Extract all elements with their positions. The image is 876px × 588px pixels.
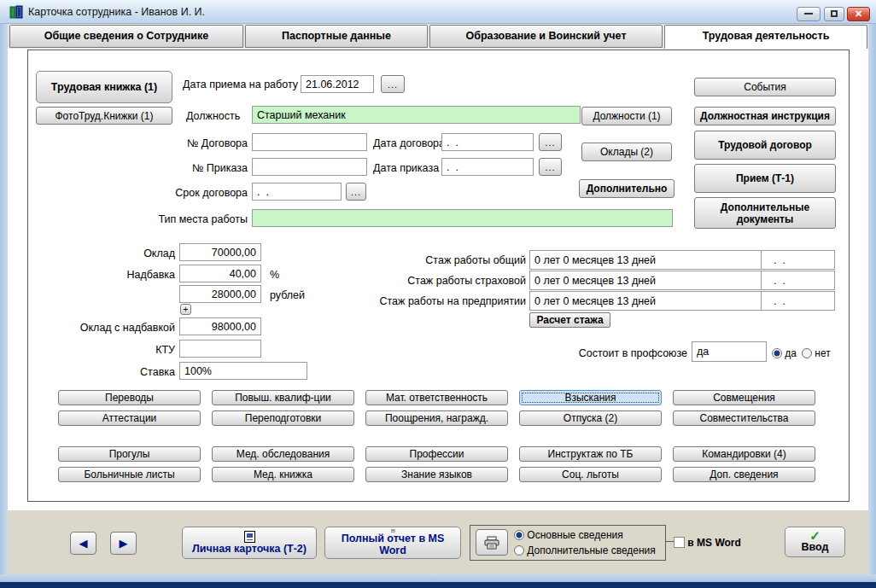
experience-insured-input[interactable] [529, 271, 762, 290]
salary-total-input[interactable] [179, 317, 261, 335]
union-input[interactable] [692, 341, 767, 362]
order-number-input[interactable] [252, 158, 367, 176]
ktu-input[interactable] [179, 340, 261, 358]
enter-button[interactable]: ✓ Ввод [785, 527, 845, 557]
union-no-radio[interactable]: нет [802, 347, 831, 359]
contract-date-picker-button[interactable]: ... [539, 133, 562, 151]
labor-contract-button[interactable]: Трудовой договор [694, 131, 836, 160]
window-frame-bottom [0, 574, 876, 582]
bonus-rubles-input[interactable] [179, 285, 261, 303]
penalties-button[interactable]: Взыскания [519, 390, 662, 405]
bonus-percent-input[interactable] [179, 265, 261, 282]
safety-training-button[interactable]: Инструктаж по ТБ [519, 446, 662, 462]
contract-term-input[interactable] [252, 183, 342, 201]
personal-card-button[interactable]: Личная карточка (Т-2) [182, 527, 317, 559]
experience-total-input[interactable] [529, 250, 762, 270]
social-benefits-button[interactable]: Соц. льготы [519, 467, 662, 482]
tab-strip: Общие сведения о Сотруднике Паспортные д… [8, 24, 868, 49]
hire-date-input[interactable] [301, 75, 374, 93]
left-arrow-icon: ◀ [79, 537, 88, 550]
awards-button[interactable]: Поощрения, награжд. [365, 410, 508, 426]
additional-button[interactable]: Дополнительно [579, 179, 675, 198]
attestations-button[interactable]: Аттестации [58, 410, 201, 426]
position-input[interactable] [252, 106, 581, 124]
salary-total-label: Оклад с надбавкой [64, 322, 175, 334]
languages-button[interactable]: Знание языков [365, 467, 508, 482]
full-report-button[interactable]: Полный отчет в MS Word [324, 527, 461, 559]
calc-experience-button[interactable]: Расчет стажа [529, 312, 610, 328]
contract-date-input[interactable] [441, 133, 534, 151]
workplace-type-input[interactable] [252, 209, 673, 227]
positions-list-button[interactable]: Должности (1) [581, 107, 672, 125]
hire-date-label: Дата приема на работу [183, 79, 298, 90]
experience-total-date-input[interactable] [761, 250, 835, 270]
add-bonus-button[interactable]: + [180, 304, 191, 315]
hire-date-picker-button[interactable]: ... [381, 75, 405, 93]
contract-term-picker-button[interactable]: ... [346, 183, 366, 201]
window-frame-right [868, 24, 876, 574]
sick-leaves-button[interactable]: Больничные листы [58, 467, 201, 482]
order-date-picker-button[interactable]: ... [539, 158, 562, 176]
employee-card-window: Карточка сотрудника - Иванов И. И. ✕ Общ… [0, 0, 876, 588]
printer-icon [483, 536, 500, 550]
additional-info-button[interactable]: Доп. сведения [673, 467, 815, 482]
radio-on-icon [514, 530, 524, 540]
medical-book-button[interactable]: Мед. книжка [212, 467, 354, 482]
msword-checkbox[interactable]: в MS Word [674, 537, 741, 549]
workplace-type-label: Тип места работы [145, 213, 248, 225]
checkbox-icon [674, 537, 685, 548]
rate-input[interactable] [179, 362, 307, 380]
minimize-button[interactable] [797, 7, 821, 21]
experience-company-date-input[interactable] [761, 291, 835, 311]
photo-work-book-button[interactable]: ФотоТруд.Книжки (1) [36, 107, 172, 125]
transfers-button[interactable]: Переводы [58, 390, 201, 405]
vacations-button[interactable]: Отпуска (2) [519, 410, 662, 426]
additional-documents-button[interactable]: Дополнительные документы [694, 197, 836, 229]
medical-exams-button[interactable]: Мед. обследования [212, 446, 354, 462]
experience-total-label: Стаж работы общий [381, 254, 526, 266]
salary-label: Оклад [90, 247, 175, 259]
secondary-jobs-button[interactable]: Совместительства [673, 410, 815, 426]
union-yes-label: да [785, 347, 797, 359]
order-date-input[interactable] [441, 158, 534, 176]
msword-checkbox-label: в MS Word [687, 537, 740, 549]
close-button[interactable]: ✕ [847, 7, 870, 21]
prev-record-button[interactable]: ◀ [70, 532, 96, 555]
salary-input[interactable] [179, 243, 261, 261]
tab-passport-data[interactable]: Паспортные данные [245, 25, 428, 48]
print-button[interactable] [476, 529, 508, 556]
contract-date-label: Дата договора [373, 137, 445, 149]
next-record-button[interactable]: ▶ [110, 532, 137, 555]
experience-insured-label: Стаж работы страховой [372, 275, 526, 287]
hiring-t1-button[interactable]: Прием (Т-1) [694, 164, 836, 193]
material-liability-button[interactable]: Мат. ответственность [365, 390, 508, 405]
combined-positions-button[interactable]: Совмещения [673, 390, 815, 405]
qualification-upgrade-button[interactable]: Повыш. квалиф-ции [212, 390, 354, 405]
full-report-label: Полный отчет в MS Word [327, 533, 458, 556]
rate-label: Ставка [90, 366, 175, 378]
salaries-list-button[interactable]: Оклады (2) [581, 143, 672, 161]
events-button[interactable]: События [694, 78, 836, 96]
maximize-button[interactable] [824, 7, 844, 21]
absences-button[interactable]: Прогулы [58, 446, 201, 462]
experience-insured-date-input[interactable] [761, 271, 835, 290]
experience-company-input[interactable] [529, 291, 762, 311]
professions-button[interactable]: Профессии [365, 446, 508, 462]
radio-on-icon [772, 348, 782, 358]
print-additional-radio[interactable]: Дополнительные сведения [514, 544, 656, 556]
radio-off-icon [514, 545, 524, 556]
print-additional-label: Дополнительные сведения [527, 544, 655, 556]
contract-number-input[interactable] [252, 133, 367, 151]
print-main-radio[interactable]: Основные сведения [514, 529, 623, 541]
union-yes-radio[interactable]: да [772, 347, 797, 359]
retraining-button[interactable]: Переподготовки [212, 410, 354, 426]
tab-education-military[interactable]: Образование и Воинский учет [429, 25, 663, 48]
work-book-button[interactable]: Трудовая книжка (1) [36, 71, 172, 103]
business-trips-button[interactable]: Командировки (4) [673, 446, 815, 462]
window-frame-edge [0, 582, 876, 588]
job-description-button[interactable]: Должностная инструкция [694, 107, 836, 125]
tab-work-activity[interactable]: Трудовая деятельность [664, 25, 867, 49]
ktu-label: КТУ [90, 344, 175, 356]
position-label: Должность [186, 110, 240, 122]
tab-general-info[interactable]: Общие сведения о Сотруднике [9, 25, 243, 48]
